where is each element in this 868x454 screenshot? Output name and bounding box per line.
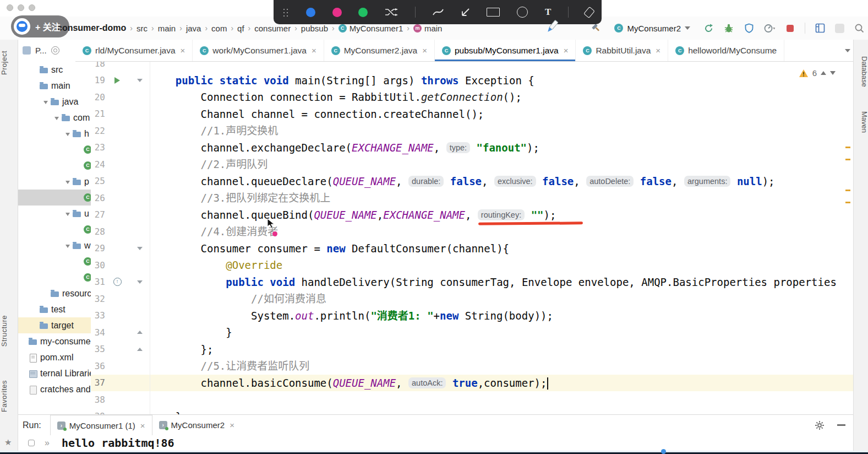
window-minimize-button[interactable] — [18, 4, 24, 11]
tree-item[interactable]: u — [18, 206, 91, 221]
video-progress-handle[interactable] — [661, 449, 666, 454]
tree-item[interactable]: ternal Librarie — [18, 365, 91, 381]
build-hammer-icon[interactable] — [591, 23, 602, 34]
editor-tab[interactable]: helloworld/MyConsume — [668, 40, 784, 61]
tree-item[interactable] — [18, 142, 91, 158]
tree-item[interactable] — [18, 253, 91, 269]
tree-chevron-icon[interactable] — [53, 114, 61, 122]
tree-item[interactable]: p — [18, 174, 91, 190]
tool-window-project[interactable]: Project — [0, 51, 18, 75]
tree-item[interactable]: test — [18, 301, 91, 317]
warning-stripe-mark[interactable] — [845, 190, 850, 191]
editor-tab[interactable]: RabbitUtil.java× — [576, 40, 668, 61]
hide-panel-icon[interactable] — [837, 424, 845, 426]
warning-stripe-mark[interactable] — [845, 202, 850, 203]
scroll-to-end-icon[interactable]: » — [45, 438, 50, 448]
search-everywhere-icon[interactable] — [854, 23, 865, 34]
breadcrumb-item[interactable]: MyConsumer1 — [339, 24, 403, 33]
override-marker-icon[interactable]: ↑ — [113, 278, 122, 286]
coverage-icon[interactable] — [744, 23, 755, 34]
favorites-star-icon[interactable]: ★ — [4, 437, 12, 447]
shuffle-tool-icon[interactable] — [385, 8, 398, 17]
tree-item[interactable]: my-consume — [18, 333, 91, 349]
tab-close-icon[interactable]: × — [312, 46, 316, 55]
eraser-tool-icon[interactable] — [586, 8, 593, 17]
window-close-button[interactable] — [7, 4, 13, 11]
fold-marker-icon[interactable] — [137, 348, 143, 351]
breadcrumb-item[interactable]: main — [413, 24, 443, 33]
tree-item[interactable] — [18, 269, 91, 285]
settings-gear-icon[interactable] — [814, 420, 825, 431]
breadcrumb-item[interactable]: java — [186, 24, 201, 33]
editor-tab[interactable]: MyConsumer2.java× — [324, 40, 435, 61]
tab-list-chevron-icon[interactable] — [845, 49, 850, 52]
breadcrumb-item[interactable]: main — [158, 24, 176, 33]
blue-pen-icon[interactable] — [306, 8, 315, 17]
watermark-badge[interactable]: + 关注 — [11, 15, 69, 37]
rectangle-tool-icon[interactable] — [487, 8, 500, 17]
tool-window-structure[interactable]: Structure — [0, 315, 18, 347]
fold-marker-icon[interactable] — [137, 79, 143, 82]
breadcrumb-item[interactable]: qf — [237, 24, 244, 33]
tree-item[interactable]: resourc — [18, 285, 91, 301]
tool-window-database[interactable]: Database — [854, 56, 868, 87]
tree-item[interactable]: java — [18, 94, 91, 110]
tool-window-favorites[interactable]: Favorites — [0, 380, 18, 412]
arrow-tool-icon[interactable] — [461, 8, 470, 17]
tab-close-icon[interactable]: × — [140, 421, 145, 430]
fold-marker-icon[interactable] — [137, 331, 143, 334]
tree-chevron-icon[interactable] — [64, 242, 72, 250]
next-problem-icon[interactable] — [830, 71, 836, 75]
rerun-icon[interactable] — [703, 23, 714, 34]
debug-icon[interactable] — [723, 23, 734, 34]
tab-close-icon[interactable]: × — [656, 46, 660, 55]
tree-item[interactable]: main — [18, 78, 91, 94]
tree-item[interactable] — [18, 221, 91, 237]
breadcrumb-item[interactable]: consumer — [254, 24, 291, 33]
tool-window-maven[interactable]: Maven — [854, 111, 868, 133]
curve-tool-icon[interactable] — [433, 8, 444, 17]
tree-item[interactable]: com — [18, 110, 91, 126]
tree-chevron-icon[interactable] — [64, 178, 72, 186]
green-pen-icon[interactable] — [358, 8, 368, 17]
notifications-icon[interactable] — [835, 24, 844, 33]
breadcrumb-item[interactable]: src — [137, 24, 148, 33]
tree-item[interactable]: target — [18, 317, 91, 333]
ellipse-tool-icon[interactable] — [517, 7, 528, 18]
tree-item[interactable]: h — [18, 126, 91, 142]
tab-close-icon[interactable]: × — [230, 420, 234, 430]
text-tool-icon[interactable]: T — [545, 7, 551, 18]
run-tab[interactable]: MyConsumer2× — [152, 415, 241, 435]
console-toolbar-icon[interactable] — [28, 440, 35, 446]
stop-icon[interactable] — [784, 23, 795, 34]
window-zoom-button[interactable] — [29, 4, 35, 11]
fold-marker-icon[interactable] — [137, 247, 143, 250]
tree-item[interactable] — [18, 158, 91, 174]
tree-item[interactable]: src — [18, 62, 91, 78]
tree-item[interactable]: w — [18, 237, 91, 253]
tab-close-icon[interactable]: × — [181, 46, 185, 55]
previous-problem-icon[interactable] — [821, 71, 826, 75]
warning-stripe-mark[interactable] — [845, 159, 850, 160]
run-line-icon[interactable] — [114, 77, 120, 84]
breadcrumb-item[interactable]: pubsub — [301, 24, 328, 33]
code-editor[interactable]: 1819public static void main(String[] arg… — [91, 62, 853, 414]
tree-item[interactable] — [18, 190, 91, 206]
run-configuration-select[interactable]: MyConsumer2 — [611, 22, 694, 35]
video-progress-bar[interactable] — [0, 451, 868, 454]
run-tab[interactable]: MyConsumer1 (1)× — [50, 415, 152, 435]
tree-item[interactable]: cratches and C — [18, 381, 91, 397]
warning-stripe-mark[interactable] — [845, 147, 850, 148]
tree-chevron-icon[interactable] — [42, 98, 50, 106]
tab-close-icon[interactable]: × — [422, 46, 427, 55]
tool-windows-icon[interactable] — [815, 23, 826, 34]
editor-tab[interactable]: pubsub/MyConsumer1.java× — [435, 40, 576, 61]
tree-chevron-icon[interactable] — [64, 210, 72, 218]
tree-chevron-icon[interactable] — [64, 130, 72, 138]
pink-pen-icon[interactable] — [332, 8, 342, 17]
tree-item[interactable]: pom.xml — [18, 349, 91, 365]
project-settings-icon[interactable] — [51, 46, 59, 55]
drag-handle-icon[interactable] — [282, 8, 289, 17]
fold-marker-icon[interactable] — [137, 280, 143, 284]
profiler-icon[interactable] — [764, 23, 775, 34]
